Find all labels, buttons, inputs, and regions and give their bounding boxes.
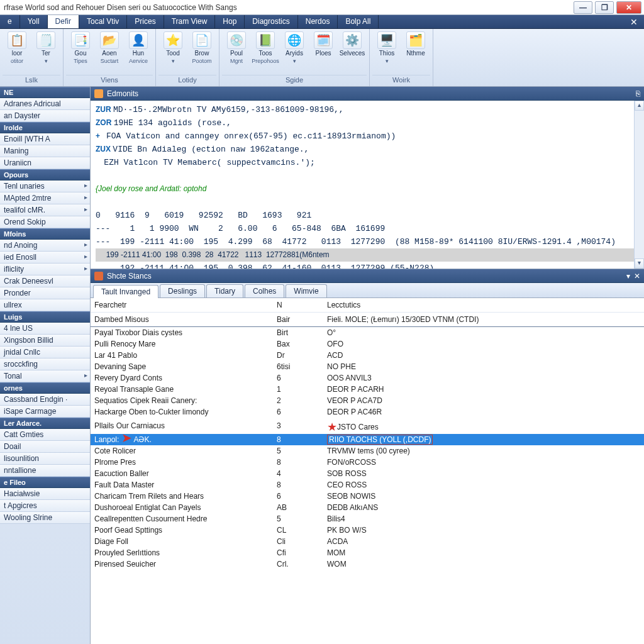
sidebar-item[interactable]: lisounlition — [0, 453, 90, 465]
table-row[interactable]: Prouyled SerlıttionsCfiMOM — [91, 547, 644, 558]
sidebar-item[interactable]: Haciałwsie — [0, 488, 90, 500]
titlebar: rfrase World sod and Rehouer Disen seri … — [0, 0, 644, 15]
ribbon-selveces[interactable]: ⚙️Selveces — [338, 30, 367, 75]
table-wrap[interactable]: FearchetrNLecctuticsDambed MisousBairFie… — [91, 298, 644, 644]
sidebar-item[interactable]: nntallione — [0, 465, 90, 477]
menu-tocal vtiv[interactable]: Tocal Vtiv — [79, 15, 127, 28]
table-row[interactable]: Pllails Our Carniacus3★JSTO Cares — [91, 418, 644, 434]
ribbon-thios[interactable]: 🖥️Thios▾ — [372, 30, 401, 75]
sidebar-item[interactable]: Enoill |WTH A — [0, 133, 90, 145]
table-row[interactable]: Hackarge Oben to-Cukter limondy6DEOR P A… — [91, 406, 644, 418]
ribbon-ploes[interactable]: 🗓️Ploes — [309, 30, 338, 75]
ribbon-aoen[interactable]: 📂AoenSuctart — [95, 30, 124, 75]
table-row[interactable]: Lanpol: ➤ AƏK.8RIIO TAOCHS (YOLL (,DCDF) — [91, 434, 644, 445]
ribbon-hun[interactable]: 👤HunAervice — [124, 30, 153, 75]
panel-close-icon[interactable]: ✕ — [634, 272, 640, 280]
table-row[interactable]: Plrome Pres8FON/oRCOSS — [91, 457, 644, 468]
table-row[interactable]: Eacuction Baller4SOB ROSS — [91, 468, 644, 479]
cell: MOM — [323, 547, 644, 558]
editor-restore-icon[interactable]: ⎘ — [636, 89, 640, 98]
sidebar-item[interactable]: Pronder — [0, 287, 90, 299]
sidebar-item[interactable]: Tenl unaries — [0, 180, 90, 192]
sidebar-item[interactable]: Wooling Slrine — [0, 512, 90, 524]
tab-2[interactable]: Tidary — [206, 284, 243, 297]
pin-icon[interactable]: ▾ — [626, 272, 630, 280]
sidebar-item[interactable]: Xingsbon Billid — [0, 335, 90, 347]
sidebar-item[interactable]: Maning — [0, 145, 90, 157]
menu-close-icon[interactable]: ✕ — [624, 15, 644, 28]
maximize-button[interactable]: ❐ — [595, 1, 614, 14]
sidebar-item[interactable]: Catt Gmties — [0, 429, 90, 441]
menu-tram view[interactable]: Tram View — [164, 15, 216, 28]
tab-0[interactable]: Tault Invanged — [93, 285, 158, 298]
table-row[interactable]: Ceallrepentten Cusournent Hedre5Bilis4 — [91, 513, 644, 525]
table-row[interactable]: Diage FollCliACDA — [91, 536, 644, 547]
sidebar-item[interactable]: iSape Carmage — [0, 406, 90, 418]
sidebar-item[interactable]: Tonal — [0, 370, 90, 382]
table-row[interactable]: Pirensed SeuicherCrl.WOM — [91, 558, 644, 570]
sidebar-item[interactable]: Orend Sokip — [0, 216, 90, 228]
tab-3[interactable]: Colhes — [245, 284, 284, 297]
menu-defir[interactable]: Defir — [48, 15, 79, 28]
table-row[interactable]: Devaning Sape6tisiNO PHE — [91, 361, 644, 372]
col-header[interactable]: Fearchetr — [91, 298, 273, 313]
sidebar-item[interactable]: Uraniicn — [0, 157, 90, 169]
ribbon-toos[interactable]: 📗ToosPrepohoos — [251, 30, 280, 75]
table-row[interactable]: Lar 41 PabloDrACD — [91, 350, 644, 361]
ribbon-nthme[interactable]: 🗂️Nthme — [401, 30, 430, 75]
menubar: eYollDefirTocal VtivPricesTram ViewHopDi… — [0, 15, 644, 29]
tab-4[interactable]: Wimvie — [286, 284, 326, 297]
sidebar-item[interactable]: Cassband Endgin · — [0, 394, 90, 406]
ribbon-ter[interactable]: 🗒️Ter▾ — [31, 30, 60, 75]
cell: Plrome Pres — [91, 457, 273, 468]
close-button[interactable]: ✕ — [616, 1, 641, 14]
ribbon-loor[interactable]: 📋loorotitor — [3, 30, 31, 75]
ribbon-icon: ⭐ — [164, 31, 182, 49]
editor-text[interactable]: ZUR MD·-15·.2MWbrotn TV AMy6159,-313-861… — [91, 101, 644, 269]
sidebar-item[interactable]: MApted 2mtre — [0, 192, 90, 204]
menu-prices[interactable]: Prices — [127, 15, 164, 28]
sidebar-item[interactable]: t Apgicres — [0, 500, 90, 512]
table-row[interactable]: Revery Dyard Conts6OOS ANVIL3 — [91, 372, 644, 384]
sidebar-item[interactable]: ied Enosll — [0, 252, 90, 264]
menu-nerdos[interactable]: Nerdos — [298, 15, 338, 28]
sidebar-item[interactable]: nd Anoing — [0, 240, 90, 252]
col-header[interactable]: N — [273, 298, 323, 313]
menu-diagrostics[interactable]: Diagrostics — [245, 15, 297, 28]
sidebar-item[interactable]: Adranes Adricual — [0, 98, 90, 110]
table-row[interactable]: Dushoroeal Entiglat Can PayelsABDEDB Atk… — [91, 502, 644, 513]
table-row[interactable]: Cote Rolicer5TRVMW tems (00 cyree) — [91, 445, 644, 457]
sidebar-item[interactable]: an Dayster — [0, 110, 90, 122]
sidebar-item[interactable]: srocckfing — [0, 358, 90, 370]
sidebar-item[interactable]: Crak Deneesvl — [0, 275, 90, 287]
sidebar-item[interactable]: 4 lne US — [0, 323, 90, 335]
scroll-down-icon[interactable]: ▾ — [635, 258, 644, 269]
sidebar-item[interactable]: Doail — [0, 441, 90, 453]
sidebar-item[interactable]: ifliclity — [0, 264, 90, 275]
col-header[interactable]: Lecctutics — [323, 298, 644, 313]
editor-scrollbar[interactable]: ▴ ▾ — [634, 101, 644, 269]
ribbon-tood[interactable]: ⭐Tood▾ — [158, 30, 187, 75]
menu-yoll[interactable]: Yoll — [20, 15, 48, 28]
minimize-button[interactable]: — — [574, 1, 592, 14]
menu-e[interactable]: e — [0, 15, 20, 28]
table-row[interactable]: Reyoal Transaple Gane1DEOR P ACARH — [91, 384, 644, 395]
ribbon-gou[interactable]: 📑GouTipes — [66, 30, 95, 75]
scroll-up-icon[interactable]: ▴ — [635, 101, 644, 111]
menu-bolp all[interactable]: Bolp All — [338, 15, 379, 28]
tab-1[interactable]: Deslings — [160, 284, 205, 297]
table-row[interactable]: Payal Tixobor Diais cystesBirtO° — [91, 327, 644, 339]
ribbon-aryids[interactable]: 🌐Aryids▾ — [280, 30, 309, 75]
sidebar-item[interactable]: ullrex — [0, 299, 90, 311]
table-row[interactable]: Charicam Trem Rilets and Hears6SEOB NOWI… — [91, 491, 644, 502]
table-row[interactable]: Pulli Renocy MareBaxOFO — [91, 338, 644, 350]
data-table: FearchetrNLecctuticsDambed MisousBairFie… — [91, 298, 644, 570]
table-row[interactable]: Fault Data Master8CEO ROSS — [91, 479, 644, 491]
sidebar-item[interactable]: jnidal Cnllc — [0, 347, 90, 358]
table-row[interactable]: Sequatios Cipek Reaii Canery:2VEOR P ACA… — [91, 395, 644, 406]
ribbon-brow[interactable]: 📄BrowPootom — [187, 30, 216, 75]
sidebar-item[interactable]: tealifol cMR. — [0, 204, 90, 216]
menu-hop[interactable]: Hop — [215, 15, 245, 28]
table-row[interactable]: Poorf Gead SpttingsCLPK BO W/S — [91, 525, 644, 536]
ribbon-poul[interactable]: 💿PoulMgnt — [222, 30, 251, 75]
